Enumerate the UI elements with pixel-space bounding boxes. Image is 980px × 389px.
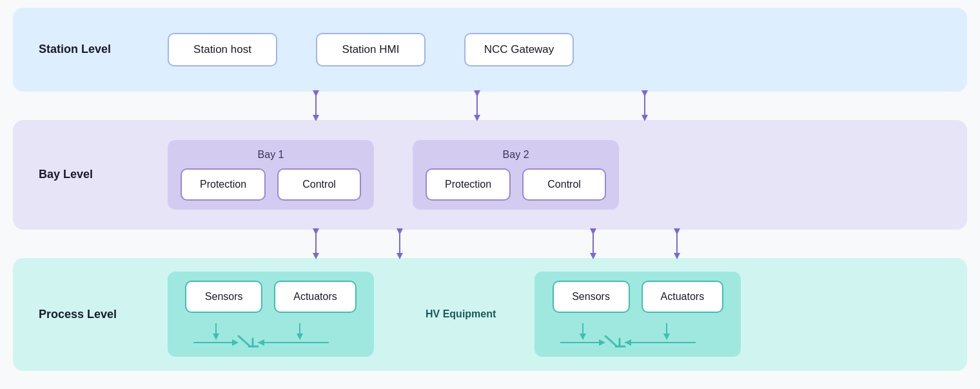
bay2-container: Bay 2 Protection Control (413, 140, 619, 210)
proc1-actuators-box: Actuators (274, 281, 357, 313)
proc1-sensors-box: Sensors (185, 281, 262, 313)
bay-level-content: Bay 1 Protection Control Bay 2 (168, 140, 941, 210)
bay1-control-box: Control (277, 168, 361, 201)
svg-marker-1 (213, 334, 219, 340)
hv-svg-2 (547, 322, 728, 348)
proc2-actuators-box: Actuators (642, 281, 724, 313)
svg-marker-21 (625, 339, 631, 346)
bay1-container: Bay 1 Protection Control (168, 140, 374, 210)
process-level: Process Level Sensors Actuators (13, 258, 967, 371)
gap-row-1 (13, 92, 967, 120)
station-level-label: Station Level (39, 43, 168, 56)
hv-arrows-2 (547, 322, 728, 348)
station-level-content: Station host Station HMI NCC Gateway (168, 33, 941, 66)
process2-boxes: Sensors Actuators (553, 281, 724, 313)
process-level-label: Process Level (39, 308, 168, 321)
ncc-gateway-box: NCC Gateway (464, 33, 574, 66)
hv-label: HV Equipment (426, 308, 496, 320)
svg-marker-8 (297, 334, 303, 340)
station-level: Station Level Station host Station HMI N… (13, 8, 967, 92)
bay2-control-box: Control (522, 168, 606, 201)
bay2-protection-box: Protection (426, 168, 511, 201)
bay-level: Bay Level Bay 1 Protection Control (13, 120, 967, 230)
svg-marker-10 (258, 339, 264, 346)
levels-stack: Station Level Station host Station HMI N… (13, 8, 967, 382)
bay1-boxes: Protection Control (181, 168, 361, 201)
svg-marker-12 (580, 334, 586, 340)
svg-line-4 (239, 336, 250, 346)
process1-boxes: Sensors Actuators (185, 281, 357, 313)
process1-container: Sensors Actuators (168, 272, 374, 357)
diagram-wrapper: Station Level Station host Station HMI N… (13, 8, 967, 382)
svg-marker-3 (232, 339, 239, 346)
bay1-label: Bay 1 (258, 149, 284, 161)
bay-level-label: Bay Level (39, 168, 168, 181)
gap-row-2 (13, 230, 967, 258)
proc2-sensors-box: Sensors (553, 281, 630, 313)
station-host-box: Station host (168, 33, 277, 66)
bay2-label: Bay 2 (503, 149, 529, 161)
svg-marker-19 (663, 334, 670, 340)
svg-line-15 (605, 336, 617, 346)
hv-svg-1 (181, 322, 361, 348)
process2-container: Sensors Actuators (534, 272, 741, 357)
hv-arrows-1 (181, 322, 361, 348)
process-level-content: Sensors Actuators (168, 272, 941, 357)
bay1-protection-box: Protection (181, 168, 266, 201)
bay2-boxes: Protection Control (426, 168, 606, 201)
station-hmi-box: Station HMI (316, 33, 426, 66)
svg-marker-14 (599, 339, 605, 346)
